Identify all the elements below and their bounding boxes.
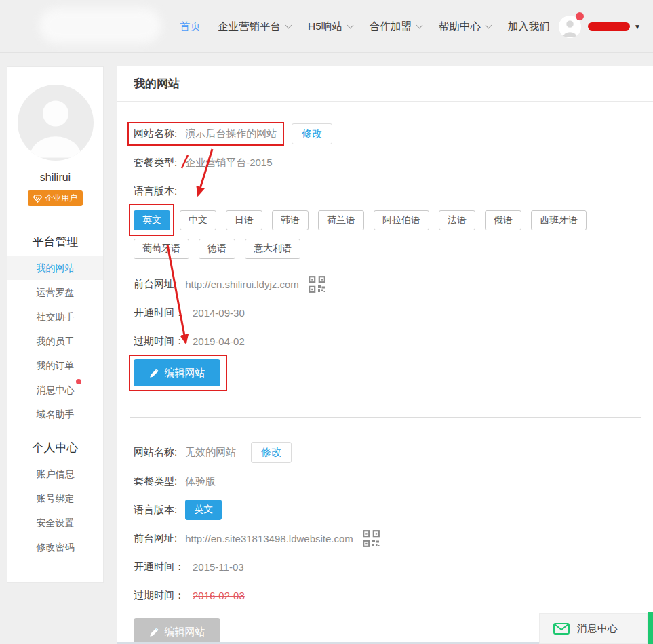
nav-item[interactable]: H5响站 (308, 20, 353, 34)
sidebar-item-label: 安全设置 (37, 517, 75, 528)
sidebar-item[interactable]: 安全设置 (7, 510, 103, 535)
nav-item[interactable]: 企业营销平台 (218, 20, 291, 34)
language-button[interactable]: 西班牙语 (531, 210, 587, 230)
site-name-row: 网站名称:无效的网站修改 (134, 442, 637, 463)
open-date-value: 2014-09-30 (193, 307, 245, 319)
qr-code-icon (363, 530, 380, 547)
language-button[interactable]: 俄语 (485, 210, 521, 230)
sidebar-item-inner: 账户信息 (37, 462, 75, 486)
field-label: 语言版本: (134, 504, 177, 517)
nav-item[interactable]: 首页 (180, 20, 201, 34)
user-avatar (559, 16, 581, 38)
avatar (18, 85, 94, 161)
sidebar-item[interactable]: 我的网站 (7, 256, 103, 280)
language-label-row: 语言版本: (134, 181, 637, 201)
sidebar-item[interactable]: 消息中心 (7, 378, 103, 402)
top-header: 首页企业营销平台H5响站合作加盟帮助中心加入我们 ▼ (0, 0, 653, 53)
sidebar-item-inner: 我的网站 (37, 256, 75, 280)
sidebar-item-inner: 修改密码 (37, 535, 75, 559)
language-button[interactable]: 法语 (439, 210, 475, 230)
sidebar-menu: 平台管理我的网站运营罗盘社交助手我的员工我的订单消息中心域名助手个人中心账户信息… (7, 234, 103, 559)
vip-diamond-icon (33, 195, 42, 203)
field-label: 开通时间： (134, 561, 184, 573)
sidebar-item[interactable]: 我的员工 (7, 329, 103, 353)
language-button[interactable]: 英文 (134, 210, 170, 230)
annotation-red-box: 编辑网站 (134, 359, 220, 386)
language-button[interactable]: 葡萄牙语 (134, 239, 189, 259)
chevron-down-icon (347, 22, 353, 28)
sidebar-item-inner: 我的员工 (37, 329, 75, 353)
user-menu[interactable]: ▼ (559, 0, 641, 53)
open-date-row: 开通时间：2014-09-30 (134, 302, 637, 323)
sidebar-item-label: 消息中心 (37, 384, 75, 395)
logo-blur (39, 8, 161, 43)
field-label: 开通时间： (134, 306, 184, 319)
section-divider (130, 417, 641, 418)
badge-label: 企业用户 (45, 193, 77, 204)
redacted-username (588, 22, 630, 31)
sidebar-item-inner: 安全设置 (37, 510, 75, 535)
sidebar-item-label: 域名助手 (37, 409, 75, 420)
nav-item-label: 合作加盟 (370, 20, 412, 34)
site-name-value: 无效的网站 (185, 446, 236, 459)
user-type-badge: 企业用户 (28, 190, 83, 206)
field-label: 前台网址: (134, 278, 177, 291)
edit-site-label: 编辑网站 (165, 367, 205, 380)
chevron-down-icon (416, 22, 422, 28)
sidebar-item[interactable]: 账户信息 (7, 462, 103, 486)
message-center-widget[interactable]: 消息中心 (539, 613, 648, 644)
language-button[interactable]: 荷兰语 (318, 210, 364, 230)
field-label: 语言版本: (134, 185, 177, 198)
chevron-down-icon (485, 22, 492, 28)
language-button[interactable]: 阿拉伯语 (374, 210, 429, 230)
nav-item[interactable]: 合作加盟 (370, 20, 422, 34)
sidebar-item-inner: 我的订单 (37, 353, 75, 378)
message-center-label: 消息中心 (577, 622, 618, 635)
modify-name-button[interactable]: 修改 (251, 442, 292, 463)
site-url-row: 前台网址:http://en.site31813498.ldwebsite.co… (134, 528, 637, 548)
profile-card: shilirui 企业用户 (7, 67, 103, 220)
nav-item[interactable]: 加入我们 (508, 20, 550, 34)
nav-item-label: 企业营销平台 (218, 20, 281, 34)
open-date-value: 2015-11-03 (193, 561, 244, 573)
qr-code-icon[interactable] (363, 530, 380, 547)
sidebar-item-label: 社交助手 (37, 311, 75, 322)
language-buttons: 英文中文日语韩语荷兰语阿拉伯语法语俄语西班牙语葡萄牙语德语意大利语 (134, 210, 622, 267)
person-icon (18, 85, 94, 161)
sidebar-item-inner: 运营罗盘 (37, 280, 75, 304)
sidebar-item-inner: 消息中心 (37, 378, 75, 402)
sidebar-item[interactable]: 社交助手 (7, 304, 103, 329)
sidebar: shilirui 企业用户 平台管理我的网站运营罗盘社交助手我的员工我的订单消息… (7, 66, 104, 583)
edit-site-button[interactable]: 编辑网站 (134, 359, 220, 386)
nav-item-label: H5响站 (308, 20, 342, 34)
language-button[interactable]: 英文 (185, 500, 222, 520)
language-button[interactable]: 中文 (180, 210, 216, 230)
field-label: 套餐类型: (134, 157, 177, 169)
sidebar-item[interactable]: 修改密码 (7, 535, 103, 559)
expire-date-row: 过期时间：2016-02-03 (134, 585, 637, 605)
sidebar-item-label: 修改密码 (37, 542, 75, 552)
nav-item-label: 帮助中心 (439, 20, 481, 34)
sidebar-item-label: 我的员工 (37, 336, 75, 346)
qr-code-icon[interactable] (309, 276, 325, 293)
nav-item[interactable]: 帮助中心 (439, 20, 491, 34)
feedback-tab[interactable] (648, 612, 653, 644)
sidebar-item[interactable]: 域名助手 (7, 402, 103, 426)
language-button[interactable]: 意大利语 (245, 239, 300, 259)
top-nav: 首页企业营销平台H5响站合作加盟帮助中心加入我们 (180, 0, 550, 53)
modify-name-button[interactable]: 修改 (292, 123, 332, 144)
pencil-icon (149, 627, 159, 637)
pencil-icon (149, 368, 159, 378)
annotation-red-box: 英文 (134, 210, 170, 230)
sidebar-item[interactable]: 我的订单 (7, 353, 103, 378)
caret-down-icon: ▼ (634, 23, 641, 31)
site-list: 网站名称:演示后台操作的网站修改套餐类型:企业营销平台-2015语言版本:英文中… (117, 102, 653, 644)
language-button[interactable]: 德语 (199, 239, 235, 259)
sidebar-item[interactable]: 账号绑定 (7, 486, 103, 510)
chevron-down-icon (285, 22, 292, 28)
language-button[interactable]: 日语 (226, 210, 262, 230)
language-button[interactable]: 韩语 (272, 210, 309, 230)
sidebar-item[interactable]: 运营罗盘 (7, 280, 103, 304)
site-url-value: http://en.shilirui.ldyjz.com (185, 279, 299, 290)
notification-dot-icon (76, 379, 81, 384)
